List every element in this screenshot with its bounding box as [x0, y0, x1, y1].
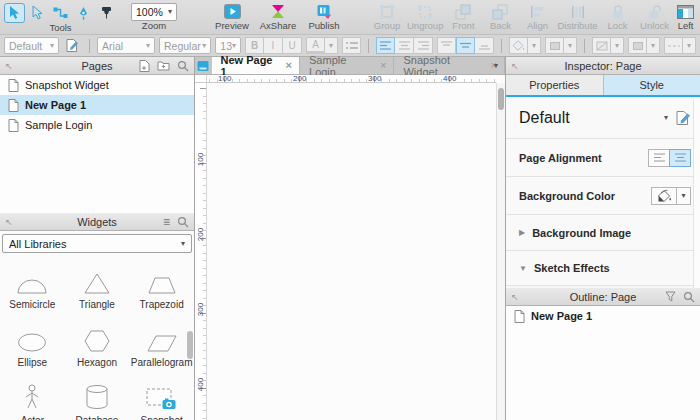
widget-parallelogram[interactable]: Parallelogram [129, 315, 194, 373]
bullet-list-button[interactable] [342, 37, 361, 54]
outline-item-new-page-1[interactable]: New Page 1 [506, 306, 700, 326]
page-list-icon[interactable] [195, 57, 212, 74]
collapse-panel-icon[interactable]: ↖ [5, 217, 13, 227]
page-align-center-button[interactable] [669, 149, 691, 167]
align-left-button[interactable] [376, 37, 395, 54]
chevron-down-icon[interactable]: ▾ [664, 114, 668, 122]
search-icon[interactable] [683, 291, 695, 303]
italic-button[interactable]: I [264, 37, 283, 54]
align-bottom-button[interactable] [475, 37, 494, 54]
group-button[interactable]: Group [370, 2, 404, 31]
unlock-button[interactable]: Unlock [638, 2, 672, 31]
widget-database[interactable]: Database [65, 373, 130, 420]
close-icon[interactable]: × [286, 60, 292, 71]
add-page-icon[interactable] [139, 60, 150, 72]
filter-icon[interactable] [665, 291, 676, 302]
chevron-down-icon: ▾ [232, 42, 236, 50]
background-image-row[interactable]: ▶ Background Image [506, 215, 700, 251]
align-middle-button[interactable] [456, 37, 475, 54]
page-item-sample-login[interactable]: Sample Login [0, 115, 194, 135]
font-family-select[interactable]: Arial ▾ [97, 37, 155, 54]
widget-snapshot[interactable]: Snapshot [129, 373, 194, 420]
distribute-icon [570, 4, 586, 20]
search-icon[interactable] [177, 216, 189, 228]
widget-style-select[interactable]: Default ▾ [4, 37, 59, 54]
font-color-caret[interactable]: ▾ [325, 37, 338, 54]
widgets-scrollbar-thumb[interactable] [187, 331, 193, 359]
format-painter-button[interactable] [96, 3, 117, 23]
font-weight-select[interactable]: Regular ▾ [159, 37, 211, 54]
line-style-caret[interactable]: ▾ [683, 37, 696, 54]
tab-sample-login[interactable]: Sample Login × [300, 57, 394, 74]
preview-button[interactable]: Preview [209, 2, 255, 31]
widget-ellipse[interactable]: Ellipse [0, 315, 65, 373]
tab-properties[interactable]: Properties [506, 75, 604, 95]
bold-button[interactable]: B [245, 37, 264, 54]
chevron-down-icon: ▾ [568, 42, 572, 50]
shadow-button[interactable] [545, 37, 564, 54]
connector-tool-button[interactable] [50, 3, 71, 23]
align-center-button[interactable] [395, 37, 414, 54]
expand-down-icon: ▼ [519, 264, 527, 273]
menu-icon[interactable]: ≡ [163, 217, 170, 227]
page-item-snapshot-widget[interactable]: Snapshot Widget [0, 75, 194, 95]
sketch-effects-row[interactable]: ▼ Sketch Effects [506, 251, 700, 286]
font-color-group: A ▾ [306, 37, 338, 54]
tab-style[interactable]: Style [604, 75, 700, 95]
fill-color-caret[interactable]: ▾ [528, 37, 541, 54]
line-style-button[interactable] [664, 37, 683, 54]
add-folder-icon[interactable] [157, 60, 170, 71]
distribute-button[interactable]: Distribute [557, 2, 597, 31]
align-right-button[interactable] [414, 37, 433, 54]
tab-new-page-1[interactable]: New Page 1 × [212, 57, 301, 74]
font-size-select[interactable]: 13 ▾ [215, 37, 241, 54]
collapse-panel-icon[interactable]: ↖ [5, 61, 13, 71]
bring-front-button[interactable]: Front [446, 2, 480, 31]
fill-color-button[interactable] [509, 37, 528, 54]
line-color-caret[interactable]: ▾ [611, 37, 624, 54]
widget-triangle[interactable]: Triangle [65, 257, 130, 315]
preview-icon [224, 4, 241, 19]
inspector-scrollbar-track[interactable] [693, 99, 700, 288]
design-canvas[interactable] [207, 83, 496, 420]
font-color-button[interactable]: A [306, 37, 325, 54]
widget-actor[interactable]: Actor [0, 373, 65, 420]
line-width-caret[interactable]: ▾ [647, 37, 660, 54]
canvas-scrollbar-thumb[interactable] [498, 88, 504, 110]
line-color-button[interactable] [592, 37, 611, 54]
background-color-button[interactable] [651, 187, 677, 205]
align-button[interactable]: Align [520, 2, 554, 31]
search-icon[interactable] [177, 60, 189, 72]
collapse-panel-icon[interactable]: ↖ [511, 292, 519, 302]
lock-button[interactable]: Lock [601, 2, 635, 31]
shadow-caret[interactable]: ▾ [564, 37, 577, 54]
align-top-button[interactable] [437, 37, 456, 54]
widget-trapezoid[interactable]: Trapezoid [129, 257, 194, 315]
send-back-button[interactable]: Back [483, 2, 517, 31]
zoom-select[interactable]: 100% ▾ [131, 3, 177, 21]
widget-grid: Semicircle Triangle Trapezoid Ellipse He… [0, 255, 194, 420]
page-item-new-page-1[interactable]: New Page 1 [0, 95, 194, 115]
canvas-vertical-scrollbar[interactable] [496, 83, 505, 420]
interaction-select-tool-button[interactable] [27, 3, 48, 23]
close-icon[interactable]: × [380, 60, 386, 71]
axshare-button[interactable]: AxShare [255, 2, 301, 31]
select-tool-button[interactable] [4, 3, 25, 23]
edit-widget-style-button[interactable] [63, 37, 82, 54]
library-select[interactable]: All Libraries ▾ [2, 234, 192, 253]
tab-list-chevron-icon[interactable]: ▾ [494, 62, 498, 70]
chevron-down-icon: ▾ [146, 42, 150, 50]
ungroup-button[interactable]: Ungroup [407, 2, 443, 31]
toggle-left-panel-button[interactable]: Left [672, 2, 700, 31]
edit-page-style-icon[interactable] [676, 111, 691, 125]
underline-button[interactable]: U [283, 37, 302, 54]
tab-snapshot-widget[interactable]: Snapshot Widget × [394, 57, 505, 74]
collapse-panel-icon[interactable]: ↖ [511, 61, 519, 71]
widget-hexagon[interactable]: Hexagon [65, 315, 130, 373]
background-color-caret[interactable]: ▾ [677, 187, 691, 205]
line-width-button[interactable] [628, 37, 647, 54]
page-align-left-button[interactable] [648, 149, 670, 167]
widget-semicircle[interactable]: Semicircle [0, 257, 65, 315]
publish-button[interactable]: Publish [301, 2, 347, 31]
pen-tool-button[interactable] [73, 3, 94, 23]
